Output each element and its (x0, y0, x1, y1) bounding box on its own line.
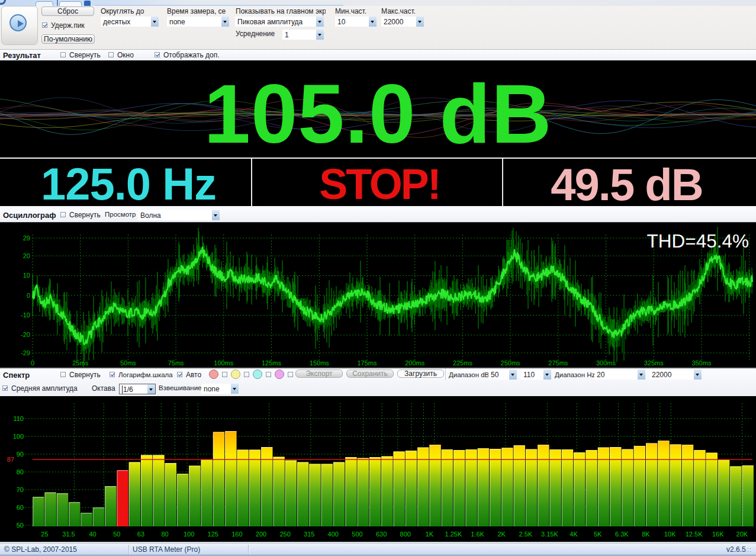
svg-text:20: 20 (23, 252, 30, 259)
svg-text:200ms: 200ms (405, 359, 425, 367)
svg-text:-10: -10 (21, 311, 30, 319)
svg-text:100: 100 (184, 531, 194, 538)
svg-text:1.25K: 1.25K (445, 531, 462, 538)
svg-text:-20: -20 (21, 331, 30, 338)
svg-text:100ms: 100ms (214, 359, 234, 367)
svg-text:50: 50 (113, 531, 120, 538)
svg-text:160: 160 (231, 531, 242, 538)
svg-text:175ms: 175ms (357, 359, 377, 367)
svg-text:80: 80 (17, 468, 24, 475)
svg-text:50ms: 50ms (120, 359, 136, 367)
svg-text:5K: 5K (594, 531, 602, 538)
svg-text:150ms: 150ms (310, 359, 330, 367)
svg-text:75ms: 75ms (168, 359, 184, 367)
svg-text:1.6K: 1.6K (471, 531, 484, 538)
svg-text:4K: 4K (570, 531, 578, 538)
svg-text:275ms: 275ms (548, 359, 568, 367)
svg-text:87: 87 (7, 456, 14, 463)
svg-text:800: 800 (400, 531, 411, 538)
svg-text:10: 10 (23, 272, 30, 279)
svg-text:630: 630 (376, 531, 387, 538)
svg-text:29: 29 (23, 234, 30, 242)
svg-text:40: 40 (89, 531, 96, 538)
svg-text:6.3K: 6.3K (615, 531, 629, 538)
svg-text:-29: -29 (21, 349, 30, 356)
svg-text:200: 200 (256, 531, 266, 538)
svg-text:50: 50 (17, 522, 24, 529)
svg-text:10K: 10K (664, 531, 676, 538)
svg-text:31.5: 31.5 (62, 531, 75, 538)
svg-text:2.5K: 2.5K (519, 531, 532, 538)
svg-text:225ms: 225ms (453, 359, 473, 367)
svg-text:0: 0 (31, 359, 34, 367)
svg-text:125: 125 (208, 531, 218, 538)
svg-text:300ms: 300ms (596, 359, 616, 367)
svg-text:500: 500 (352, 531, 362, 538)
svg-text:12.5K: 12.5K (686, 531, 703, 538)
svg-text:100: 100 (13, 433, 24, 440)
svg-text:60: 60 (17, 504, 24, 511)
svg-text:250ms: 250ms (501, 359, 521, 367)
svg-text:8K: 8K (642, 531, 650, 538)
svg-text:3.15K: 3.15K (541, 531, 558, 538)
svg-text:70: 70 (17, 486, 24, 493)
svg-text:90: 90 (17, 451, 24, 458)
svg-text:1K: 1K (426, 531, 434, 538)
svg-text:16K: 16K (712, 531, 724, 538)
svg-text:20K: 20K (736, 531, 748, 538)
svg-text:25ms: 25ms (72, 359, 88, 367)
svg-text:25: 25 (41, 531, 48, 538)
svg-text:315: 315 (304, 531, 314, 538)
svg-text:2K: 2K (497, 531, 506, 538)
svg-text:250: 250 (279, 531, 290, 538)
svg-text:325ms: 325ms (644, 359, 664, 367)
svg-text:110: 110 (13, 415, 24, 422)
svg-text:80: 80 (161, 531, 168, 538)
svg-text:125ms: 125ms (262, 359, 282, 367)
svg-text:400: 400 (328, 531, 339, 538)
svg-text:0: 0 (27, 292, 30, 299)
svg-text:63: 63 (137, 531, 144, 538)
svg-text:350ms: 350ms (691, 359, 712, 367)
svg-text:THD=45.4%: THD=45.4% (647, 230, 749, 252)
